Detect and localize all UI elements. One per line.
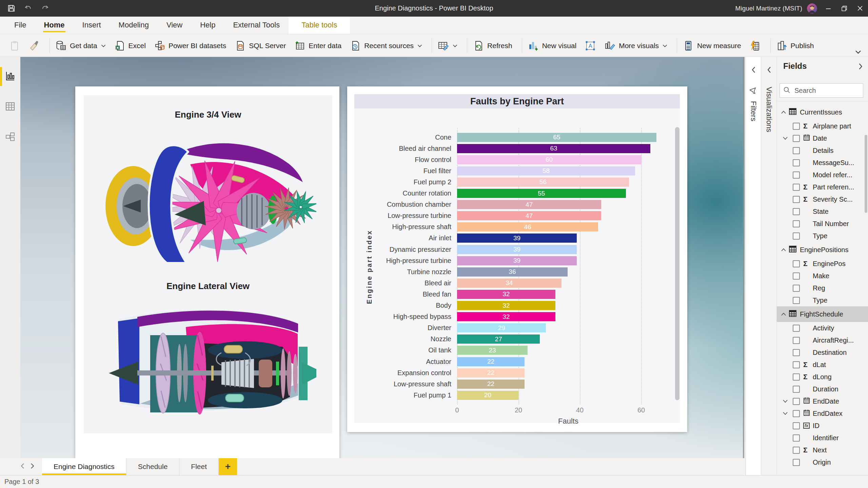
bar-high-pressure-turbine[interactable]: 39 <box>457 256 577 265</box>
field-next[interactable]: ΣNext <box>777 444 868 456</box>
field-checkbox[interactable] <box>793 260 800 267</box>
faults-bar-chart-visual[interactable]: Faults by Engine Part Engine part index … <box>347 86 687 432</box>
field-id[interactable]: fxID <box>777 420 868 432</box>
bar-fuel-filter[interactable]: 58 <box>457 166 635 176</box>
field-aircraftregi-[interactable]: AircraftRegi... <box>777 334 868 346</box>
bar-diverter[interactable]: 29 <box>457 323 546 332</box>
table-currentissues[interactable]: CurrentIssues <box>777 104 868 120</box>
bar-low-pressure-turbine[interactable]: 47 <box>457 211 601 220</box>
page-tab-schedule[interactable]: Schedule <box>126 458 180 475</box>
field-details[interactable]: Details <box>777 144 868 157</box>
field-checkbox[interactable] <box>793 349 800 356</box>
sql-server-button[interactable]: SQL Server <box>234 40 286 52</box>
field-checkbox[interactable] <box>793 285 800 292</box>
field-checkbox[interactable] <box>793 232 800 240</box>
field-messagesu-[interactable]: MessageSu... <box>777 157 868 169</box>
field-checkbox[interactable] <box>793 220 800 227</box>
canvas-scrollbar[interactable] <box>743 57 744 458</box>
field-checkbox[interactable] <box>793 196 800 203</box>
field-checkbox[interactable] <box>793 123 800 130</box>
expand-hierarchy-icon[interactable] <box>783 137 793 140</box>
menu-file[interactable]: File <box>5 17 35 34</box>
next-page-icon[interactable] <box>31 463 35 470</box>
bar-air-inlet[interactable]: 39 <box>457 233 577 243</box>
menu-view[interactable]: View <box>158 17 191 34</box>
menu-modeling[interactable]: Modeling <box>110 17 158 34</box>
engine-views-visual[interactable]: Engine 3/4 View <box>75 86 339 458</box>
field-destination[interactable]: Destination <box>777 346 868 359</box>
expand-visualizations-icon[interactable] <box>767 66 771 75</box>
field-dlat[interactable]: ΣdLat <box>777 359 868 371</box>
format-painter-icon[interactable] <box>28 40 40 52</box>
field-enddatex[interactable]: EndDatex <box>777 407 868 420</box>
restore-button[interactable] <box>836 0 852 17</box>
chart-scrollbar[interactable] <box>675 127 679 400</box>
field-checkbox[interactable] <box>793 386 800 393</box>
new-measure-button[interactable]: New measure <box>683 40 741 52</box>
field-type[interactable]: Type <box>777 294 868 306</box>
bar-bleed-air[interactable]: 34 <box>457 279 561 288</box>
table-enginepositions[interactable]: EnginePositions <box>777 242 868 258</box>
new-visual-button[interactable]: New visual <box>528 40 577 52</box>
collapse-ribbon-icon[interactable] <box>855 49 861 55</box>
bar-counter-rotation[interactable]: 55 <box>457 189 626 198</box>
filters-pane-collapsed[interactable]: Filters <box>746 57 761 475</box>
field-checkbox[interactable] <box>793 373 800 381</box>
bar-combustion-chamber[interactable]: 47 <box>457 200 601 209</box>
field-reg[interactable]: Reg <box>777 282 868 294</box>
bar-bleed-air-channel[interactable]: 63 <box>457 144 650 153</box>
bar-high-speed-bypass[interactable]: 32 <box>457 312 555 321</box>
transform-data-icon[interactable] <box>437 40 457 52</box>
field-checkbox[interactable] <box>793 325 800 332</box>
field-checkbox[interactable] <box>793 272 800 280</box>
field-state[interactable]: State <box>777 205 868 218</box>
search-input[interactable] <box>794 86 860 95</box>
minimize-button[interactable] <box>820 0 836 17</box>
field-checkbox[interactable] <box>793 135 800 142</box>
refresh-button[interactable]: Refresh <box>473 40 512 52</box>
power-bi-datasets-button[interactable]: Power BI datasets <box>154 40 226 52</box>
field-type[interactable]: Type <box>777 230 868 242</box>
field-checkbox[interactable] <box>793 398 800 405</box>
collapse-table-icon[interactable] <box>781 312 789 316</box>
field-checkbox[interactable] <box>793 410 800 417</box>
field-checkbox[interactable] <box>793 297 800 304</box>
field-checkbox[interactable] <box>793 447 800 454</box>
field-origin[interactable]: Origin <box>777 456 868 468</box>
field-checkbox[interactable] <box>793 208 800 215</box>
field-activity[interactable]: Activity <box>777 322 868 334</box>
new-page-button[interactable]: + <box>219 458 237 475</box>
field-checkbox[interactable] <box>793 159 800 166</box>
field-checkbox[interactable] <box>793 361 800 368</box>
get-data-button[interactable]: Get data <box>55 40 106 52</box>
prev-page-icon[interactable] <box>20 463 24 470</box>
field-checkbox[interactable] <box>793 459 800 466</box>
collapse-table-icon[interactable] <box>781 110 789 114</box>
field-checkbox[interactable] <box>793 147 800 154</box>
field-enginepos[interactable]: ΣEnginePos <box>777 258 868 270</box>
field-checkbox[interactable] <box>793 171 800 179</box>
bar-low-pressure-shaft[interactable]: 22 <box>457 380 525 389</box>
bar-dynamic-pressurizer[interactable]: 39 <box>457 245 577 254</box>
field-dlong[interactable]: ΣdLong <box>777 371 868 383</box>
bar-fuel-pump-1[interactable]: 20 <box>457 391 518 400</box>
field-checkbox[interactable] <box>793 184 800 191</box>
table-fightschedule[interactable]: FightSchedule <box>777 306 868 322</box>
field-checkbox[interactable] <box>793 337 800 344</box>
bar-cone[interactable]: 65 <box>457 133 656 142</box>
expand-filters-icon[interactable] <box>751 66 756 75</box>
model-view-button[interactable] <box>0 127 20 148</box>
field-checkbox[interactable] <box>793 422 800 429</box>
bar-nozzle[interactable]: 27 <box>457 334 540 344</box>
field-identifier[interactable]: Identifier <box>777 432 868 444</box>
field-model-refer-[interactable]: Model refer... <box>777 169 868 181</box>
user-avatar[interactable] <box>807 3 817 14</box>
enter-data-button[interactable]: Enter data <box>294 40 341 52</box>
data-view-button[interactable] <box>0 97 20 117</box>
field-date[interactable]: Date <box>777 132 868 144</box>
field-airplane-part[interactable]: ΣAirplane part <box>777 120 868 132</box>
recent-sources-button[interactable]: Recent sources <box>350 40 422 52</box>
collapse-table-icon[interactable] <box>781 248 789 251</box>
close-button[interactable] <box>852 0 868 17</box>
field-tail-number[interactable]: Tail Number <box>777 218 868 230</box>
